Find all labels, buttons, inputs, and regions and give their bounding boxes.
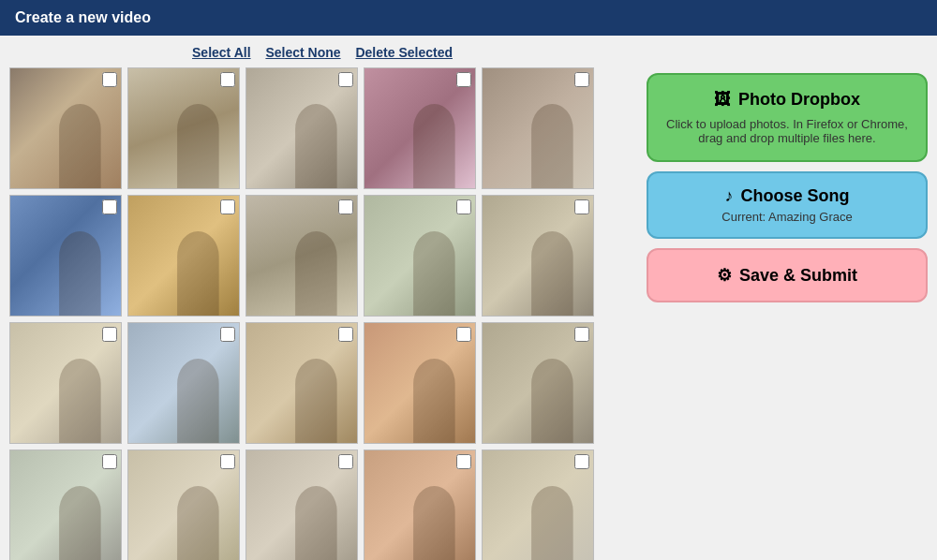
photo-item (245, 449, 358, 560)
gear-icon: ⚙ (717, 265, 732, 286)
photo-checkbox[interactable] (456, 199, 471, 214)
dropbox-title: 🖼 Photo Dropbox (663, 90, 911, 110)
photo-item (9, 67, 122, 189)
photo-checkbox[interactable] (574, 72, 589, 87)
photo-checkbox[interactable] (102, 454, 117, 469)
photo-item (364, 449, 476, 560)
toolbar: Select All Select None Delete Selected (9, 45, 635, 60)
photo-item (127, 67, 240, 189)
page-header: Create a new video (0, 0, 937, 36)
photo-item (9, 195, 122, 317)
photo-checkbox[interactable] (102, 327, 117, 342)
photo-item (127, 449, 240, 560)
photo-checkbox[interactable] (220, 327, 235, 342)
photo-item (245, 67, 358, 189)
photo-checkbox[interactable] (456, 454, 471, 469)
photo-item (9, 322, 122, 444)
photo-item (482, 449, 594, 560)
photo-checkbox[interactable] (456, 72, 471, 87)
photo-item (482, 195, 594, 317)
photos-section: Select All Select None Delete Selected (9, 45, 635, 560)
photo-item (127, 322, 240, 444)
photo-checkbox[interactable] (220, 72, 235, 87)
music-icon: ♪ (725, 186, 734, 206)
photo-item (364, 322, 476, 444)
song-title: ♪ Choose Song (662, 186, 913, 206)
page-title: Create a new video (15, 9, 151, 25)
choose-song-button[interactable]: ♪ Choose Song Current: Amazing Grace (647, 171, 928, 239)
save-submit-button[interactable]: ⚙ Save & Submit (647, 248, 928, 302)
delete-selected-link[interactable]: Delete Selected (355, 45, 453, 60)
photo-item (482, 67, 594, 189)
photo-item (127, 195, 240, 317)
photo-item (9, 449, 122, 560)
photo-checkbox[interactable] (456, 327, 471, 342)
select-none-link[interactable]: Select None (265, 45, 340, 60)
dropbox-icon: 🖼 (714, 90, 731, 110)
photo-checkbox[interactable] (338, 72, 353, 87)
photo-checkbox[interactable] (574, 199, 589, 214)
select-all-link[interactable]: Select All (192, 45, 251, 60)
photo-checkbox[interactable] (220, 199, 235, 214)
photo-checkbox[interactable] (574, 327, 589, 342)
photo-grid (9, 67, 635, 560)
submit-label: Save & Submit (739, 266, 857, 286)
photo-checkbox[interactable] (574, 454, 589, 469)
photo-item (482, 322, 594, 444)
sidebar: 🖼 Photo Dropbox Click to upload photos. … (647, 45, 928, 560)
photo-checkbox[interactable] (102, 72, 117, 87)
main-content: Select All Select None Delete Selected 🖼… (0, 36, 937, 560)
photo-checkbox[interactable] (102, 199, 117, 214)
photo-checkbox[interactable] (338, 199, 353, 214)
photo-item (245, 195, 358, 317)
photo-item (364, 195, 476, 317)
photo-item (364, 67, 476, 189)
photo-checkbox[interactable] (338, 454, 353, 469)
photo-dropbox-button[interactable]: 🖼 Photo Dropbox Click to upload photos. … (647, 73, 928, 162)
photo-item (245, 322, 358, 444)
photo-checkbox[interactable] (220, 454, 235, 469)
photo-checkbox[interactable] (338, 327, 353, 342)
dropbox-description: Click to upload photos. In Firefox or Ch… (663, 117, 911, 145)
song-current: Current: Amazing Grace (662, 210, 913, 224)
